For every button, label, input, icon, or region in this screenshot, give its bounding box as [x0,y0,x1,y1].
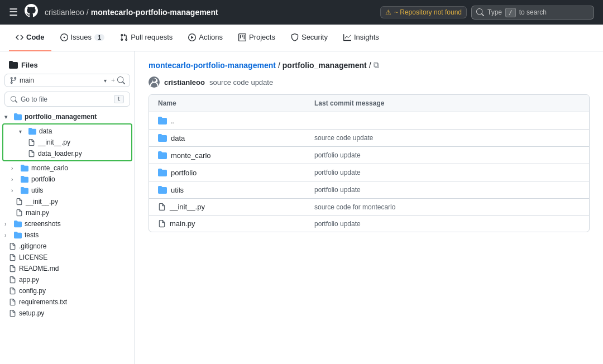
tab-actions-label: Actions [199,33,223,41]
tree-item-app[interactable]: app.py [0,274,135,285]
chevron-right-icon: › [4,232,11,238]
tree-item-label: requirements.txt [19,298,67,306]
tab-issues-label: Issues [71,33,92,41]
table-row[interactable]: .. [149,112,589,130]
repo-name-link[interactable]: montecarlo-portfolio-management [91,8,218,17]
github-logo[interactable] [25,4,38,21]
content-breadcrumb: montecarlo-portfolio-management / portfo… [149,60,590,70]
tab-projects[interactable]: Projects [232,25,282,51]
folder-icon [158,116,167,125]
go-to-file[interactable]: Go to file t [4,92,130,107]
file-commit-message: portfolio update [314,186,580,194]
branch-add-icon[interactable]: + [111,76,115,84]
main-layout: Files main ▾ + Go to file t ▾ portfolio_… [0,51,603,364]
chevron-right-icon: › [11,176,18,183]
tree-item-pm-root[interactable]: ▾ portfolio_management [0,111,135,122]
tree-item-requirements[interactable]: requirements.txt [0,296,135,308]
copy-path-icon[interactable]: ⧉ [374,60,379,70]
table-row[interactable]: data source code update [149,130,589,147]
main-content: montecarlo-portfolio-management / portfo… [135,51,603,364]
tree-item-setup[interactable]: setup.py [0,308,135,319]
tab-security[interactable]: Security [284,25,334,51]
tab-actions[interactable]: Actions [181,25,229,51]
tree-item-main-root[interactable]: main.py [0,207,135,218]
breadcrumb-sep: / [278,61,280,70]
breadcrumb-repo-link[interactable]: montecarlo-portfolio-management [149,61,276,70]
search-box[interactable]: Type / to search [471,6,594,20]
file-name-link[interactable]: .. [171,117,175,125]
file-table: Name Last commit message .. data source … [149,94,590,232]
table-row[interactable]: monte_carlo portfolio update [149,147,589,164]
topbar: ☰ cristianleoo / montecarlo-portfolio-ma… [0,0,603,25]
tree-item-data[interactable]: ▾ data [3,126,131,137]
branch-chevron: ▾ [104,78,107,84]
folder-icon [158,185,167,194]
tab-pull-requests[interactable]: Pull requests [113,25,179,51]
tree-item-init-root[interactable]: __init__.py [0,196,135,207]
hamburger-icon[interactable]: ☰ [9,6,18,18]
search-small-icon [11,96,17,103]
issues-badge: 1 [94,34,104,41]
branch-selector[interactable]: main ▾ + [4,74,130,87]
folder-icon [21,175,28,183]
tree-item-monte-carlo[interactable]: › monte_carlo [0,162,135,174]
commit-author[interactable]: cristianleoo [164,78,205,87]
tab-code[interactable]: Code [9,25,51,51]
file-name-link[interactable]: main.py [170,219,195,228]
search-kbd: / [505,8,516,17]
pr-icon [120,33,128,41]
tree-item-label: setup.py [19,309,44,317]
branch-icon [9,76,17,84]
table-row[interactable]: utils portfolio update [149,181,589,199]
file-name-link[interactable]: portfolio [171,169,197,177]
go-to-file-label: Go to file [21,95,111,103]
data-folder-highlight: ▾ data __init__.py data_loader.py [2,123,132,161]
col-name-header: Name [158,99,314,107]
branch-name: main [20,76,102,84]
tree-item-data-loader[interactable]: data_loader.py [3,148,131,159]
table-row[interactable]: portfolio portfolio update [149,164,589,181]
file-icon [158,203,166,211]
repo-not-found-badge[interactable]: ⚠ ~ Repository not found [380,6,467,18]
tree-item-tests[interactable]: › tests [0,229,135,241]
repo-breadcrumb: cristianleoo / montecarlo-portfolio-mana… [45,8,374,17]
breadcrumb-current-folder: portfolio_management [283,61,367,70]
tree-item-gitignore[interactable]: .gitignore [0,241,135,252]
tree-item-init-py[interactable]: __init__.py [3,137,131,148]
tree-item-readme[interactable]: README.md [0,263,135,274]
file-name-link[interactable]: data [171,134,185,142]
insights-icon [343,33,351,41]
security-icon [291,33,299,41]
username-link[interactable]: cristianleoo [45,8,84,17]
breadcrumb-sep: / [87,8,89,17]
tree-item-config[interactable]: config.py [0,285,135,296]
tab-insights[interactable]: Insights [337,25,386,51]
file-commit-message: portfolio update [314,151,580,159]
commit-bar: cristianleoo source code update [149,76,590,88]
table-row[interactable]: main.py portfolio update [149,215,589,232]
table-row[interactable]: __init__.py source code for montecarlo [149,199,589,215]
tree-item-utils[interactable]: › utils [0,185,135,196]
tab-code-label: Code [26,33,45,41]
folder-icon [14,220,22,228]
file-name-link[interactable]: utils [171,186,184,194]
tree-item-license[interactable]: LICENSE [0,252,135,263]
file-name-link[interactable]: monte_carlo [171,151,211,160]
file-icon [16,198,23,205]
breadcrumb-slash: / [369,61,371,70]
code-icon [16,33,23,41]
file-name-link[interactable]: __init__.py [170,203,205,211]
files-label: Files [21,61,38,69]
tree-item-label: tests [25,231,39,239]
col-message-header: Last commit message [314,99,384,107]
tree-item-portfolio[interactable]: › portfolio [0,174,135,185]
search-icon [476,8,484,16]
tab-issues[interactable]: Issues 1 [54,25,112,51]
go-to-file-kbd: t [114,95,124,103]
file-icon [9,299,16,306]
file-icon [158,220,166,228]
files-title: Files [0,58,135,74]
search-tree-icon[interactable] [117,76,125,84]
tree-item-screenshots[interactable]: › screenshots [0,218,135,229]
file-icon [9,243,16,250]
